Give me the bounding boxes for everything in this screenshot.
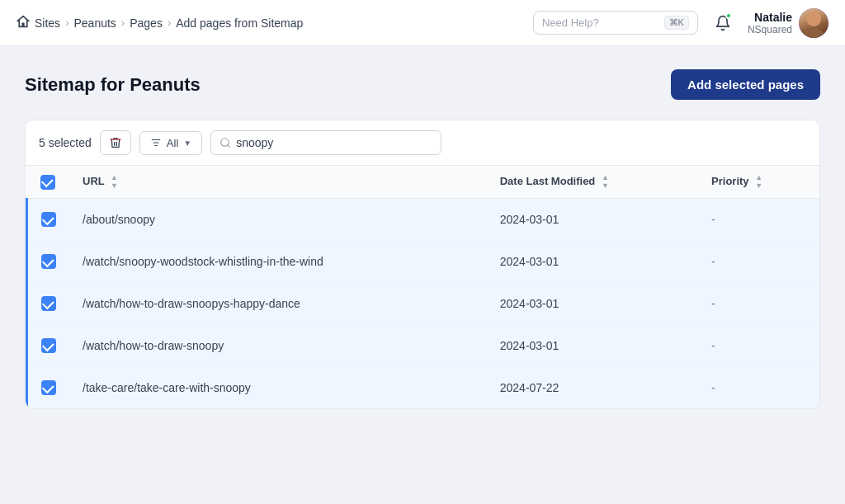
user-menu[interactable]: Natalie NSquared (748, 8, 828, 38)
filter-label: All (167, 137, 178, 149)
add-selected-pages-button[interactable]: Add selected pages (671, 69, 820, 100)
row-date: 2024-07-22 (487, 367, 698, 409)
help-search-placeholder: Need Help? (542, 16, 658, 29)
breadcrumb-pages[interactable]: Pages (130, 16, 163, 30)
home-icon[interactable] (17, 15, 30, 31)
date-sort-icon[interactable]: ▲▼ (602, 174, 609, 190)
date-column-header: Date Last Modified ▲▼ (487, 166, 698, 199)
row-date: 2024-03-01 (487, 283, 698, 325)
table-row[interactable]: /watch/how-to-draw-snoopy 2024-03-01 - (27, 325, 820, 367)
row-url: /take-care/take-care-with-snoopy (69, 367, 487, 409)
row-url: /watch/how-to-draw-snoopy (69, 325, 487, 367)
row-checkbox[interactable] (41, 212, 56, 227)
breadcrumb-peanuts[interactable]: Peanuts (73, 16, 116, 30)
priority-column-label: Priority (711, 175, 749, 187)
search-input[interactable] (236, 136, 432, 149)
row-checkbox[interactable] (41, 338, 56, 353)
search-icon (220, 137, 231, 148)
row-checkbox-cell[interactable] (27, 199, 70, 241)
breadcrumb-sites[interactable]: Sites (35, 16, 60, 30)
search-wrap (210, 130, 441, 155)
svg-line-3 (228, 145, 230, 148)
table-row[interactable]: /watch/how-to-draw-snoopys-happy-dance 2… (27, 283, 820, 325)
breadcrumb-sep-1: › (65, 16, 68, 29)
row-priority: - (698, 367, 819, 409)
table-header: URL ▲▼ Date Last Modified ▲▼ Priority ▲▼ (27, 166, 820, 199)
filter-chevron-icon: ▼ (183, 139, 191, 148)
filter-button[interactable]: path{stroke:#374151;stroke-width:2;strok… (139, 131, 202, 155)
avatar-image (799, 8, 828, 38)
filter-icon: path{stroke:#374151;stroke-width:2;strok… (150, 137, 162, 148)
url-column-header: URL ▲▼ (69, 166, 487, 199)
date-column-label: Date Last Modified (500, 175, 596, 187)
selected-count: 5 selected (39, 136, 92, 149)
row-checkbox-cell[interactable] (27, 241, 70, 283)
priority-sort-icon[interactable]: ▲▼ (755, 174, 762, 190)
breadcrumb: Sites › Peanuts › Pages › Add pages from… (17, 15, 526, 31)
row-priority: - (698, 241, 819, 283)
row-url: /watch/snoopy-woodstock-whistling-in-the… (69, 241, 487, 283)
help-shortcut: ⌘K (664, 16, 689, 30)
row-url: /about/snoopy (69, 199, 487, 241)
header-right: Need Help? ⌘K Natalie NSquared (533, 8, 828, 38)
notification-dot (725, 12, 732, 19)
row-checkbox-cell[interactable] (27, 367, 70, 409)
url-column-label: URL (83, 175, 104, 187)
main-content: Sitemap for Peanuts Add selected pages 5… (0, 46, 845, 504)
user-text: Natalie NSquared (748, 11, 792, 35)
row-checkbox[interactable] (41, 296, 56, 311)
notifications-button[interactable] (708, 8, 738, 38)
table-row[interactable]: /about/snoopy 2024-03-01 - (27, 199, 820, 241)
svg-point-1 (804, 28, 824, 38)
page-header: Sitemap for Peanuts Add selected pages (25, 69, 820, 100)
table-container: 5 selected path{stroke:#374151;stroke-wi… (25, 120, 820, 409)
row-checkbox[interactable] (41, 380, 56, 395)
delete-button[interactable] (100, 130, 131, 155)
breadcrumb-current: Add pages from Sitemap (176, 16, 303, 30)
row-date: 2024-03-01 (487, 241, 698, 283)
avatar[interactable] (799, 8, 828, 38)
table-row[interactable]: /take-care/take-care-with-snoopy 2024-07… (27, 367, 820, 409)
header: Sites › Peanuts › Pages › Add pages from… (0, 0, 845, 46)
table-row[interactable]: /watch/snoopy-woodstock-whistling-in-the… (27, 241, 820, 283)
row-date: 2024-03-01 (487, 325, 698, 367)
help-search[interactable]: Need Help? ⌘K (533, 11, 698, 35)
row-checkbox[interactable] (41, 254, 56, 269)
table-body: /about/snoopy 2024-03-01 - /watch/snoopy… (27, 199, 820, 409)
user-name: Natalie (748, 11, 792, 24)
data-table: URL ▲▼ Date Last Modified ▲▼ Priority ▲▼ (26, 166, 819, 408)
breadcrumb-sep-2: › (121, 16, 125, 29)
trash-icon (109, 136, 122, 149)
row-priority: - (698, 199, 819, 241)
row-priority: - (698, 283, 819, 325)
select-all-checkbox[interactable] (40, 175, 55, 190)
user-org: NSquared (748, 24, 792, 35)
toolbar: 5 selected path{stroke:#374151;stroke-wi… (26, 120, 819, 166)
breadcrumb-sep-3: › (168, 16, 171, 29)
row-priority: - (698, 325, 819, 367)
svg-point-0 (806, 12, 821, 26)
row-url: /watch/how-to-draw-snoopys-happy-dance (69, 283, 487, 325)
url-sort-icon[interactable]: ▲▼ (111, 174, 118, 190)
select-all-header[interactable] (27, 166, 70, 199)
row-date: 2024-03-01 (487, 199, 698, 241)
priority-column-header: Priority ▲▼ (698, 166, 819, 199)
row-checkbox-cell[interactable] (27, 325, 70, 367)
row-checkbox-cell[interactable] (27, 283, 70, 325)
page-title: Sitemap for Peanuts (25, 74, 201, 96)
